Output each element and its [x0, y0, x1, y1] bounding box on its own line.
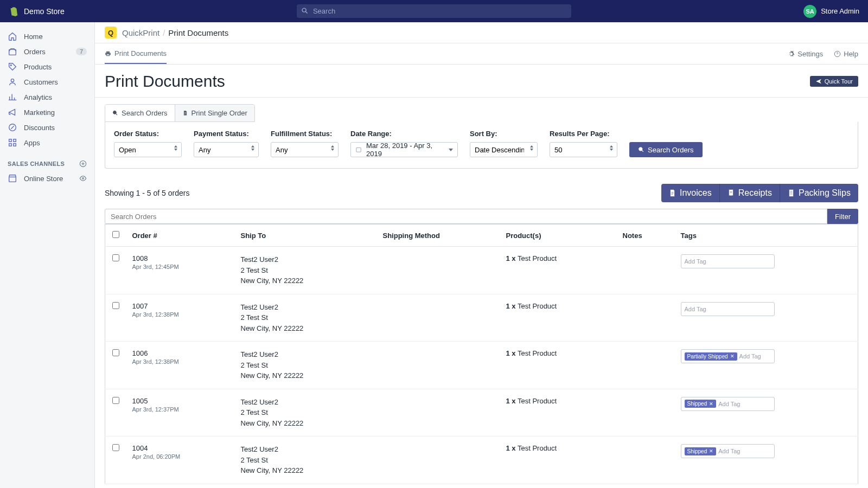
tag-chip: Partially Shipped✕	[685, 352, 737, 361]
sidebar-item-discounts[interactable]: Discounts	[0, 120, 94, 135]
th-notes: Notes	[617, 224, 675, 247]
order-number[interactable]: 1006	[132, 349, 230, 357]
tag-input-box[interactable]: Partially Shipped✕Add Tag	[681, 349, 775, 363]
view-store-icon[interactable]	[79, 175, 87, 182]
sort-by-select[interactable]: Date Descending	[470, 142, 538, 157]
table-search-input[interactable]	[105, 209, 827, 224]
order-date: Apr 3rd, 12:37PM	[132, 406, 179, 413]
order-number[interactable]: 1004	[132, 444, 230, 452]
sidebar-item-online-store[interactable]: Online Store	[0, 171, 94, 186]
results-per-page-select[interactable]: 50	[550, 142, 617, 157]
order-date: Apr 3rd, 12:45PM	[132, 264, 179, 270]
products-cell: 1 x Test Product	[501, 389, 617, 436]
row-checkbox[interactable]	[112, 444, 119, 451]
breadcrumb-current: Print Documents	[168, 28, 228, 37]
svg-rect-4	[9, 139, 12, 142]
breadcrumb: Q QuickPrint / Print Documents	[95, 22, 868, 43]
add-channel-icon[interactable]	[79, 160, 87, 168]
tag-input-box[interactable]: Shipped✕Add Tag	[681, 444, 775, 458]
ship-to-cell: Test2 User22 Test StNew City, NY 22222	[235, 436, 378, 484]
tab-print-documents[interactable]: Print Documents	[105, 43, 167, 64]
remove-tag-icon[interactable]: ✕	[730, 354, 735, 359]
table-row: 1005Apr 3rd, 12:37PM Test2 User22 Test S…	[105, 389, 858, 436]
shipping-method-cell	[378, 342, 501, 389]
sidebar-label: Apps	[24, 139, 40, 147]
notes-cell	[617, 389, 675, 436]
notes-cell	[617, 342, 675, 389]
row-checkbox[interactable]	[112, 397, 119, 404]
tour-icon	[815, 78, 822, 85]
tag-input-box[interactable]: Shipped✕Add Tag	[681, 397, 775, 411]
filter-label-order-status: Order Status:	[114, 130, 182, 138]
invoices-button[interactable]: Invoices	[661, 184, 720, 202]
sub-tabs: Search Orders Print Single Order	[105, 104, 255, 122]
filter-label-date-range: Date Range:	[350, 130, 458, 138]
search-icon	[112, 110, 118, 116]
order-date: Apr 2nd, 06:20PM	[132, 453, 181, 460]
page-header: Print Documents Quick Tour	[95, 65, 868, 98]
user-menu[interactable]: SA Store Admin	[803, 5, 859, 18]
orders-icon	[8, 47, 17, 56]
breadcrumb-app[interactable]: QuickPrint	[122, 28, 159, 37]
marketing-icon	[8, 107, 17, 117]
svg-rect-11	[356, 147, 361, 152]
th-ship-to: Ship To	[235, 224, 378, 247]
svg-rect-0	[9, 49, 16, 55]
sidebar-label: Home	[24, 33, 43, 41]
order-status-select[interactable]: Open	[114, 142, 182, 157]
sidebar-item-marketing[interactable]: Marketing	[0, 105, 94, 120]
row-checkbox[interactable]	[112, 349, 119, 356]
page-title: Print Documents	[105, 72, 225, 91]
sidebar-item-apps[interactable]: Apps	[0, 135, 94, 150]
date-range-picker[interactable]: Mar 28, 2019 - Apr 3, 2019	[350, 142, 458, 157]
receipts-button[interactable]: Receipts	[720, 184, 780, 202]
filter-label-sort-by: Sort By:	[470, 130, 538, 138]
remove-tag-icon[interactable]: ✕	[709, 448, 713, 454]
sidebar-label: Products	[24, 63, 52, 71]
row-checkbox[interactable]	[112, 254, 119, 261]
tag-input-box[interactable]: Add Tag	[681, 302, 775, 316]
analytics-icon	[8, 92, 17, 102]
svg-rect-7	[14, 144, 16, 146]
results-header: Showing 1 - 5 of 5 orders Invoices Recei…	[105, 184, 858, 202]
sidebar-item-customers[interactable]: Customers	[0, 74, 94, 89]
global-search-wrap	[297, 4, 571, 18]
table-toolbar: Filter	[105, 209, 858, 224]
topbar: Demo Store SA Store Admin	[0, 0, 868, 22]
orders-badge: 7	[76, 48, 87, 55]
select-all-checkbox[interactable]	[112, 231, 119, 238]
ship-to-cell: Test2 User22 Test StNew City, NY 22222	[235, 389, 378, 436]
table-row: 1004Apr 2nd, 06:20PM Test2 User22 Test S…	[105, 436, 858, 484]
search-orders-button[interactable]: Search Orders	[629, 142, 703, 157]
order-number[interactable]: 1007	[132, 302, 230, 310]
packing-slip-icon	[788, 189, 795, 197]
row-checkbox[interactable]	[112, 302, 119, 309]
tag-input-box[interactable]: Add Tag	[681, 254, 775, 268]
sidebar-item-products[interactable]: Products	[0, 59, 94, 74]
fulfillment-status-select[interactable]: Any	[271, 142, 339, 157]
help-icon	[834, 50, 841, 57]
help-link[interactable]: Help	[834, 50, 858, 58]
table-row: 1008Apr 3rd, 12:45PM Test2 User22 Test S…	[105, 247, 858, 294]
filter-label-payment-status: Payment Status:	[194, 130, 259, 138]
settings-link[interactable]: Settings	[788, 50, 823, 58]
subtab-search-orders[interactable]: Search Orders	[105, 105, 175, 121]
order-number[interactable]: 1008	[132, 254, 230, 262]
packing-slips-button[interactable]: Packing Slips	[780, 184, 858, 202]
sidebar-item-home[interactable]: Home	[0, 29, 94, 44]
remove-tag-icon[interactable]: ✕	[709, 401, 713, 407]
store-name[interactable]: Demo Store	[24, 7, 65, 16]
products-cell: 1 x Test Product	[501, 342, 617, 389]
products-cell: 1 x Test Product	[501, 436, 617, 484]
add-tag-placeholder: Add Tag	[718, 448, 740, 454]
sidebar-item-analytics[interactable]: Analytics	[0, 89, 94, 105]
filter-button[interactable]: Filter	[827, 209, 858, 224]
order-date: Apr 3rd, 12:38PM	[132, 311, 179, 318]
subtab-print-single[interactable]: Print Single Order	[175, 105, 254, 121]
payment-status-select[interactable]: Any	[194, 142, 259, 157]
sidebar-item-orders[interactable]: Orders 7	[0, 44, 94, 59]
global-search-input[interactable]	[297, 4, 571, 18]
quick-tour-button[interactable]: Quick Tour	[810, 76, 858, 87]
order-number[interactable]: 1005	[132, 397, 230, 405]
sidebar: Home Orders 7 Products Customers Analyti…	[0, 22, 95, 488]
